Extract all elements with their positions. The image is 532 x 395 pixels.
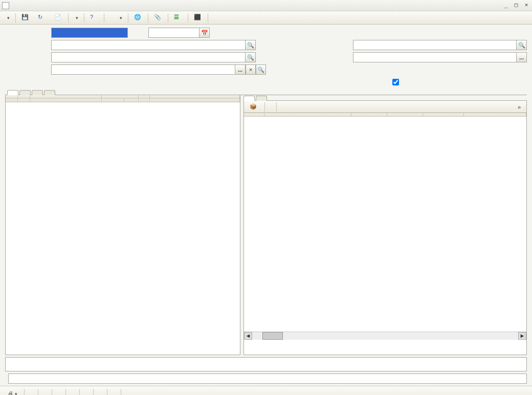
date-field[interactable] <box>148 28 199 38</box>
list-icon: ☰ <box>174 14 182 22</box>
reports-menu[interactable] <box>115 14 126 22</box>
minimize-button[interactable]: _ <box>502 2 509 9</box>
main-tabs <box>5 90 527 95</box>
right-hscroll[interactable]: ◄ ► <box>244 332 526 340</box>
comment-row <box>0 371 532 386</box>
comment-field[interactable] <box>8 374 527 384</box>
writeoff-field[interactable] <box>353 52 517 62</box>
footer-bar: 🖨 <box>0 386 532 395</box>
tab-egais-goods[interactable] <box>243 96 255 101</box>
save-icon-button[interactable]: 💾 <box>18 12 33 24</box>
actions-menu[interactable] <box>2 14 13 22</box>
rcol-section-a[interactable] <box>351 113 387 116</box>
col-price[interactable] <box>150 95 240 98</box>
globe-icon-button[interactable]: 🌐 <box>130 12 146 24</box>
refill-button[interactable] <box>210 16 217 19</box>
maximize-button[interactable]: □ <box>513 2 520 9</box>
refresh-icon-button[interactable]: ↻ <box>34 12 50 24</box>
writeoff-select-button[interactable]: ... <box>517 52 527 62</box>
sender-select-button[interactable]: 🔍 <box>246 52 256 62</box>
refresh-icon: ↻ <box>38 14 46 22</box>
col-arrow[interactable] <box>139 95 150 98</box>
tab-nomenclature[interactable] <box>7 90 18 95</box>
totals-bar <box>5 357 527 371</box>
excel-icon-button[interactable]: ⬛ <box>190 12 206 24</box>
firm-select-button[interactable]: 🔍 <box>246 40 256 50</box>
request-nomenclature-button[interactable] <box>40 391 50 396</box>
check-answer-button[interactable] <box>82 391 91 396</box>
egais-hall-check[interactable] <box>392 79 399 85</box>
grid-body[interactable] <box>6 102 240 355</box>
cancel-egais-button[interactable] <box>54 391 63 396</box>
goto-menu[interactable] <box>71 14 82 22</box>
basis-clear-button[interactable]: × <box>246 64 256 75</box>
egais-grid: ◄ ► <box>243 113 527 355</box>
more-button[interactable]: » <box>514 102 524 112</box>
excel-icon: ⬛ <box>194 14 202 22</box>
list-icon-button[interactable]: ☰ <box>170 12 186 24</box>
sender-field[interactable] <box>51 52 246 62</box>
tab-excise-marks[interactable] <box>256 96 267 101</box>
printer-icon: 🖨 <box>8 390 13 396</box>
rcol-id[interactable] <box>244 113 264 116</box>
rcol-producer[interactable] <box>464 113 526 116</box>
fill-qty-button[interactable] <box>267 105 274 108</box>
col-n[interactable] <box>6 95 18 98</box>
basis-search-button[interactable]: 🔍 <box>256 64 266 75</box>
print-button[interactable]: 🖨 <box>3 388 22 396</box>
tab-egais-exchange[interactable] <box>44 90 55 95</box>
number-field[interactable] <box>51 28 128 38</box>
right-tabs <box>243 95 527 101</box>
egais-hall-checkbox[interactable] <box>392 79 401 85</box>
basis-dots-button[interactable]: ... <box>235 64 246 75</box>
attach-icon-button[interactable]: 📎 <box>150 12 166 24</box>
col-qty[interactable] <box>102 95 139 98</box>
main-toolbar: 💾 ↻ 📄 ? 🌐 📎 ☰ ⬛ <box>0 11 532 25</box>
scroll-left-icon[interactable]: ◄ <box>244 332 252 340</box>
rcol-name[interactable] <box>264 113 351 116</box>
nomenclature-grid <box>5 95 240 355</box>
tab-transport[interactable] <box>19 90 31 95</box>
remains-button[interactable]: 📦 <box>246 102 262 112</box>
globe-icon: 🌐 <box>134 14 142 22</box>
col-k2[interactable] <box>124 99 139 102</box>
warehouse-select-button[interactable]: 🔍 <box>517 40 527 50</box>
firm-field[interactable] <box>51 40 246 50</box>
send-egais-button[interactable] <box>68 391 77 396</box>
help-icon-button[interactable]: ? <box>86 12 102 24</box>
close-doc-button[interactable] <box>123 391 132 396</box>
col-unit[interactable] <box>102 99 124 102</box>
warehouse-field[interactable] <box>353 40 517 50</box>
fill-neg-button[interactable] <box>279 105 286 108</box>
form-area: 📅 🔍 🔍 🔍 ... <box>0 25 532 90</box>
document-icon-button[interactable]: 📄 <box>51 12 66 24</box>
date-picker-button[interactable]: 📅 <box>199 28 210 38</box>
egais-grid-body[interactable] <box>244 117 526 332</box>
rcol-qty[interactable] <box>423 113 464 116</box>
save-button[interactable] <box>109 391 119 396</box>
doc-icon: 📄 <box>54 14 62 22</box>
paperclip-icon: 📎 <box>154 14 162 22</box>
close-button[interactable]: × <box>523 2 530 9</box>
ok-button[interactable] <box>96 391 105 396</box>
title-bar: _ □ × <box>0 0 532 11</box>
scroll-thumb[interactable] <box>262 332 283 340</box>
basis-field[interactable] <box>51 64 235 75</box>
box-icon: 📦 <box>250 103 257 110</box>
request-version-button[interactable] <box>27 391 36 396</box>
rcol-section-b[interactable] <box>387 113 423 116</box>
scroll-right-icon[interactable]: ► <box>518 332 526 340</box>
floppy-icon: 💾 <box>21 14 30 22</box>
col-k[interactable] <box>18 95 30 98</box>
tab-egais-info[interactable] <box>32 90 43 95</box>
right-toolbar: 📦 » <box>243 101 527 113</box>
document-icon <box>2 2 9 9</box>
params-button[interactable] <box>106 16 114 19</box>
col-name[interactable] <box>30 95 102 98</box>
help-icon: ? <box>90 14 98 22</box>
